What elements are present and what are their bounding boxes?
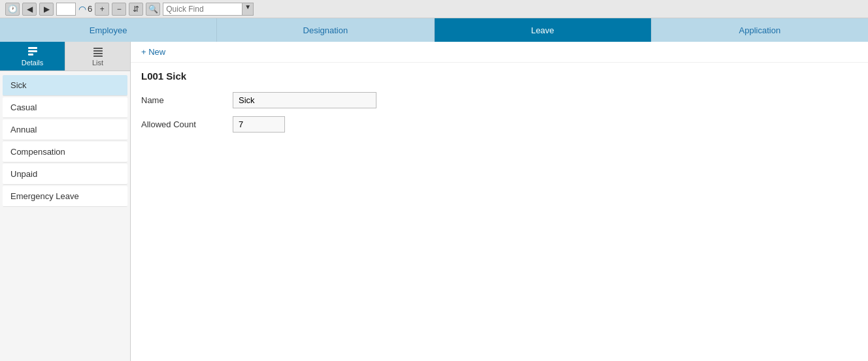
- sidebar-item-annual[interactable]: Annual: [3, 119, 127, 140]
- sidebar-tab-details[interactable]: Details: [0, 42, 65, 71]
- page-number-input[interactable]: 1: [56, 3, 76, 16]
- clock-icon[interactable]: 🕐: [5, 3, 20, 16]
- add-button[interactable]: +: [95, 3, 109, 16]
- forward-button[interactable]: ▶: [39, 3, 54, 16]
- nav-tabs: Employee Designation Leave Application: [0, 18, 868, 42]
- svg-rect-6: [93, 55, 103, 57]
- name-input[interactable]: [233, 92, 376, 108]
- svg-rect-2: [28, 54, 33, 55]
- svg-rect-4: [93, 50, 103, 52]
- quick-find-dropdown[interactable]: ▼: [242, 3, 253, 15]
- sort-button[interactable]: ⇵: [129, 3, 143, 16]
- detail-form: Name Allowed Count: [131, 87, 868, 146]
- toolbar: 🕐 ◀ ▶ 1 ◠ 6 + − ⇵ 🔍 ▼: [0, 0, 868, 18]
- detail-title: L001 Sick: [131, 63, 868, 87]
- name-row: Name: [141, 92, 858, 108]
- sidebar-list: Sick Casual Annual Compensation Unpaid E…: [0, 71, 130, 361]
- search-button[interactable]: 🔍: [146, 3, 160, 16]
- sidebar-item-unpaid[interactable]: Unpaid: [3, 164, 127, 185]
- sidebar-tab-list[interactable]: List: [65, 42, 130, 71]
- quick-find-container: ▼: [163, 3, 254, 16]
- tab-designation[interactable]: Designation: [217, 18, 434, 42]
- sidebar-item-sick[interactable]: Sick: [3, 75, 127, 96]
- svg-rect-0: [28, 47, 37, 49]
- back-button[interactable]: ◀: [22, 3, 37, 16]
- quick-find-input[interactable]: [163, 5, 242, 14]
- details-icon: [27, 46, 39, 57]
- sidebar-item-casual[interactable]: Casual: [3, 97, 127, 118]
- record-count: 6: [88, 4, 92, 14]
- new-button[interactable]: + New: [141, 47, 165, 57]
- allowed-count-label: Allowed Count: [141, 119, 233, 129]
- allowed-count-input[interactable]: [233, 116, 285, 133]
- svg-rect-5: [93, 53, 103, 54]
- sidebar: Details List Sick Casual Annual: [0, 42, 131, 361]
- detail-toolbar: + New: [131, 42, 868, 63]
- loading-spinner: ◠: [78, 4, 86, 14]
- sidebar-tabs: Details List: [0, 42, 130, 71]
- svg-rect-1: [28, 50, 37, 52]
- svg-rect-3: [93, 48, 103, 49]
- delete-button[interactable]: −: [112, 3, 126, 16]
- tab-employee[interactable]: Employee: [0, 18, 217, 42]
- sidebar-item-compensation[interactable]: Compensation: [3, 142, 127, 163]
- allowed-count-row: Allowed Count: [141, 116, 858, 133]
- tab-leave[interactable]: Leave: [435, 18, 652, 42]
- tab-application[interactable]: Application: [652, 18, 868, 42]
- detail-pane: + New L001 Sick Name Allowed Count: [131, 42, 868, 361]
- sidebar-item-emergency-leave[interactable]: Emergency Leave: [3, 186, 127, 207]
- main-content: Details List Sick Casual Annual: [0, 42, 868, 361]
- name-label: Name: [141, 95, 233, 105]
- list-icon: [92, 46, 104, 57]
